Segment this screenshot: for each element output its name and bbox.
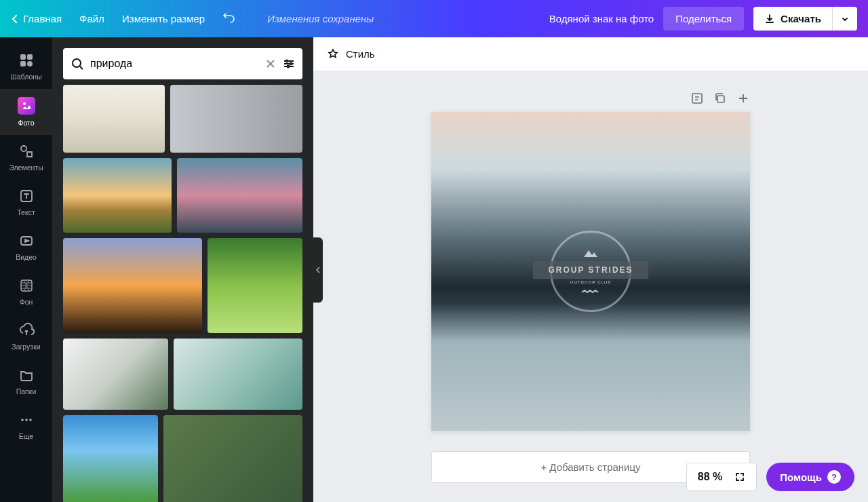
notes-icon[interactable] <box>690 92 704 105</box>
help-icon: ? <box>827 470 841 484</box>
photo-thumb[interactable] <box>63 85 165 153</box>
photo-thumb[interactable] <box>177 158 302 233</box>
resize-menu[interactable]: Изменить размер <box>122 13 205 24</box>
file-menu[interactable]: Файл <box>79 13 104 24</box>
logo-text: GROUP STRIDES <box>533 261 648 279</box>
sidebar-item-label: Фон <box>20 298 33 306</box>
svg-point-9 <box>21 419 24 421</box>
search-icon <box>70 56 85 71</box>
sidebar-item-templates[interactable]: Шаблоны <box>0 44 52 89</box>
photo-icon <box>18 97 35 115</box>
sidebar-item-video[interactable]: Видео <box>0 225 52 269</box>
clear-icon[interactable] <box>264 58 277 70</box>
svg-rect-16 <box>692 94 702 103</box>
canvas-logo[interactable]: GROUP STRIDES OUTDOOR CLUB <box>533 237 648 305</box>
sidebar-item-photo[interactable]: Фото <box>0 89 52 135</box>
save-status: Изменения сохранены <box>267 13 374 24</box>
sidebar-item-label: Видео <box>16 253 37 261</box>
help-button[interactable]: Помощь ? <box>766 463 854 491</box>
download-label: Скачать <box>781 13 821 24</box>
svg-rect-0 <box>20 54 26 60</box>
elements-icon <box>18 143 35 159</box>
photo-thumb[interactable] <box>174 339 302 410</box>
zoom-control[interactable]: 88 % <box>686 463 757 491</box>
svg-rect-17 <box>717 96 724 102</box>
sidebar-item-label: Папки <box>16 387 37 395</box>
undo-icon[interactable] <box>222 12 236 26</box>
text-icon <box>18 188 35 204</box>
sidebar-item-label: Фото <box>18 119 34 127</box>
photo-thumb[interactable] <box>63 158 172 233</box>
sidebar-item-label: Шаблоны <box>10 73 41 81</box>
download-button[interactable]: Скачать <box>753 7 833 31</box>
svg-point-10 <box>25 419 28 421</box>
svg-rect-1 <box>27 54 33 60</box>
folders-icon <box>18 367 35 383</box>
download-dropdown[interactable] <box>833 9 857 29</box>
download-button-group: Скачать <box>753 7 857 31</box>
sidebar-item-background[interactable]: Фон <box>0 269 52 314</box>
svg-point-15 <box>288 66 290 68</box>
svg-rect-3 <box>27 61 33 66</box>
photo-thumb[interactable] <box>163 415 302 502</box>
sidebar-item-text[interactable]: Текст <box>0 180 52 225</box>
uploads-icon <box>18 322 35 339</box>
style-icon <box>327 48 339 60</box>
style-button[interactable]: Стиль <box>346 48 375 60</box>
sidebar-item-elements[interactable]: Элементы <box>0 135 52 180</box>
photo-grid <box>52 85 313 502</box>
left-sidebar: Шаблоны Фото Элементы Текст Видео Фон За… <box>0 37 52 502</box>
watermark-button[interactable]: Водяной знак на фото <box>549 13 654 24</box>
templates-icon <box>18 52 35 69</box>
filter-icon[interactable] <box>282 57 296 71</box>
sidebar-item-folders[interactable]: Папки <box>0 359 52 404</box>
photo-thumb[interactable] <box>208 238 302 333</box>
add-page-icon[interactable] <box>736 92 750 105</box>
search-bar <box>63 48 302 79</box>
photo-thumb[interactable] <box>63 238 202 333</box>
share-button[interactable]: Поделиться <box>663 7 744 31</box>
sidebar-item-label: Еще <box>19 432 33 440</box>
sidebar-item-label: Элементы <box>9 163 43 172</box>
svg-point-5 <box>21 146 26 151</box>
more-icon <box>18 412 35 428</box>
home-button[interactable]: Главная <box>11 13 62 24</box>
design-canvas[interactable]: GROUP STRIDES OUTDOOR CLUB <box>431 112 750 431</box>
duplicate-icon[interactable] <box>713 92 727 105</box>
home-label: Главная <box>23 13 62 24</box>
svg-rect-2 <box>20 61 26 66</box>
photo-thumb[interactable] <box>170 85 302 153</box>
svg-point-14 <box>290 63 292 65</box>
logo-subtext: OUTDOOR CLUB <box>570 280 611 284</box>
search-input[interactable] <box>90 58 259 70</box>
canvas-toolbar: Стиль <box>313 37 868 71</box>
chevron-left-icon <box>11 14 18 24</box>
download-icon <box>764 14 775 24</box>
video-icon <box>18 233 35 249</box>
fullscreen-icon[interactable] <box>734 471 745 482</box>
page-actions <box>431 92 750 105</box>
canvas-area: Стиль GROUP STRIDES OUTDOOR CLUB + Добав… <box>313 37 868 502</box>
sidebar-item-label: Загрузки <box>12 343 40 351</box>
photo-thumb[interactable] <box>63 415 158 502</box>
sidebar-item-more[interactable]: Еще <box>0 404 52 448</box>
background-icon <box>18 277 35 294</box>
zoom-value: 88 % <box>698 471 722 483</box>
photo-panel <box>52 37 313 502</box>
svg-point-4 <box>23 102 26 105</box>
svg-point-13 <box>286 60 288 62</box>
sidebar-item-label: Текст <box>17 208 35 216</box>
svg-point-12 <box>73 59 81 67</box>
help-label: Помощь <box>780 471 822 483</box>
sidebar-item-uploads[interactable]: Загрузки <box>0 314 52 359</box>
svg-point-11 <box>29 419 32 421</box>
photo-thumb[interactable] <box>63 339 168 410</box>
top-bar: Главная Файл Изменить размер Изменения с… <box>0 0 868 37</box>
